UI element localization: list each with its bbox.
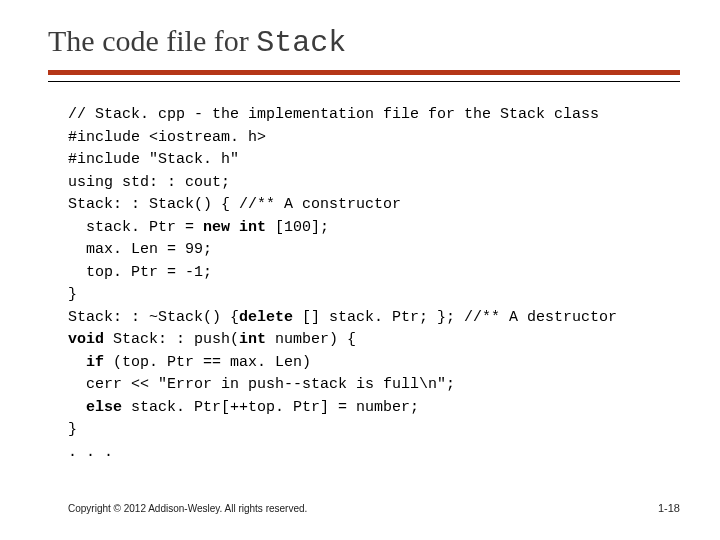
code-line: Stack: : ~Stack() {: [68, 309, 239, 326]
code-kw: else: [86, 399, 122, 416]
code-line: #include ″Stack. h″: [68, 151, 239, 168]
code-line: }: [68, 421, 77, 438]
code-kw: void: [68, 331, 104, 348]
code-line: #include <iostream. h>: [68, 129, 266, 146]
code-line: . . .: [68, 444, 113, 461]
accent-rule: [48, 70, 680, 75]
code-line: [] stack. Ptr; }; //** A destructor: [293, 309, 617, 326]
code-block: // Stack. cpp - the implementation file …: [0, 82, 720, 464]
code-line: using std: : cout;: [68, 174, 230, 191]
copyright-footer: Copyright © 2012 Addison-Wesley. All rig…: [68, 503, 307, 514]
code-line: [68, 399, 86, 416]
code-line: Stack: : Stack() { //** A constructor: [68, 196, 401, 213]
code-kw: delete: [239, 309, 293, 326]
code-line: }: [68, 286, 77, 303]
code-line: number) {: [266, 331, 356, 348]
code-line: top. Ptr = -1;: [68, 264, 212, 281]
code-line: stack. Ptr[++top. Ptr] = number;: [122, 399, 419, 416]
code-line: stack. Ptr =: [68, 219, 203, 236]
code-kw: int: [239, 331, 266, 348]
code-kw: if: [86, 354, 104, 371]
divider: [0, 70, 720, 82]
slide-title: The code file for Stack: [0, 0, 720, 70]
code-line: cerr << ″Error in push--stack is full\n″…: [68, 376, 455, 393]
code-line: Stack: : push(: [104, 331, 239, 348]
code-line: // Stack. cpp - the implementation file …: [68, 106, 599, 123]
code-line: [68, 354, 86, 371]
title-text: The code file for: [48, 24, 256, 57]
code-line: (top. Ptr == max. Len): [104, 354, 311, 371]
page-number: 1-18: [658, 502, 680, 514]
slide: The code file for Stack // Stack. cpp - …: [0, 0, 720, 540]
title-mono: Stack: [256, 26, 346, 60]
code-line: [100];: [266, 219, 329, 236]
code-line: max. Len = 99;: [68, 241, 212, 258]
code-kw: new int: [203, 219, 266, 236]
